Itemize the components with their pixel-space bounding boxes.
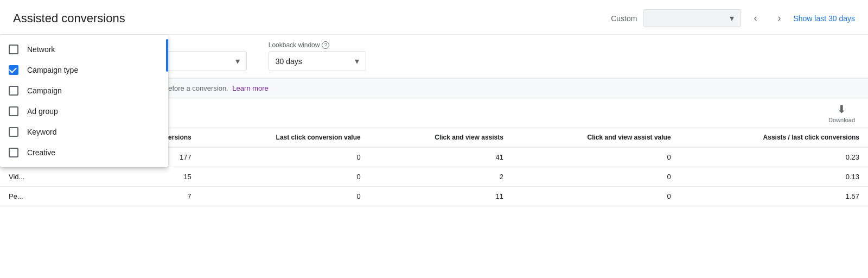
dimension-item-creative[interactable]: Creative xyxy=(0,142,168,163)
header-controls: Custom ▾ ‹ › Show last 30 days xyxy=(611,9,855,28)
cell-cv-assist-val-1: 0 xyxy=(512,167,680,187)
dimension-item-campaign[interactable]: Campaign xyxy=(0,80,168,101)
cell-assists-lc-1: 0.13 xyxy=(680,167,868,187)
show-last-30-days-button[interactable]: Show last 30 days xyxy=(793,14,855,23)
dimension-item-label-keyword: Keyword xyxy=(27,128,56,136)
table-row: Vid... 15 0 2 0 0.13 xyxy=(0,167,868,187)
date-dropdown-arrow-icon: ▾ xyxy=(730,13,734,23)
dimension-item-network[interactable]: Network xyxy=(0,39,168,60)
dimension-item-label-creative: Creative xyxy=(27,148,55,157)
cell-cv-assist-val-0: 0 xyxy=(512,147,680,167)
dimension-items-list: NetworkCampaign typeCampaignAd groupKeyw… xyxy=(0,39,168,163)
lookback-window-value: 30 days xyxy=(276,57,350,66)
col-click-view-assist-value-label: Click and view assist value xyxy=(588,134,671,141)
custom-label: Custom xyxy=(611,14,637,23)
cell-cv-assists-1: 2 xyxy=(369,167,512,187)
cell-cv-assist-val-2: 0 xyxy=(512,187,680,206)
date-range-dropdown[interactable]: ▾ xyxy=(643,9,741,27)
cell-assists-lc-2: 1.57 xyxy=(680,187,868,206)
table-row: Pe... 7 0 11 0 1.57 xyxy=(0,187,868,206)
page-title: Assisted conversions xyxy=(13,11,611,26)
prev-date-button[interactable]: ‹ xyxy=(745,9,765,28)
dimension-item-label-ad_group: Ad group xyxy=(27,107,58,116)
dimension-item-label-network: Network xyxy=(27,45,55,54)
lookback-window-arrow-icon: ▾ xyxy=(355,56,359,66)
learn-more-link[interactable]: Learn more xyxy=(232,84,268,92)
col-click-view-assists-label: Click and view assists xyxy=(435,134,503,141)
cell-last-click-2: 7 xyxy=(43,187,200,206)
col-header-last-click-value[interactable]: Last click conversion value xyxy=(200,128,369,148)
col-header-assists-per-last-click[interactable]: Assists / last click conversions xyxy=(680,128,868,148)
checkbox-campaign[interactable] xyxy=(9,86,18,96)
panel-scroll-indicator xyxy=(166,39,168,72)
lookback-window-wrapper: Lookback window ? 30 days ▾ xyxy=(269,41,366,71)
col-assists-per-last-click-label: Assists / last click conversions xyxy=(763,134,859,141)
download-button[interactable]: ⬇ Download xyxy=(828,103,855,123)
cell-lc-value-0: 0 xyxy=(200,147,369,167)
cell-cv-assists-2: 11 xyxy=(369,187,512,206)
lookback-window-help-icon[interactable]: ? xyxy=(322,41,329,49)
lookback-window-label-group: Lookback window ? xyxy=(269,41,366,49)
dimension-item-ad_group[interactable]: Ad group xyxy=(0,101,168,122)
cell-last-click-1: 15 xyxy=(43,167,200,187)
col-header-click-view-assist-value[interactable]: Click and view assist value xyxy=(512,128,680,148)
dimension-dropdown-overlay: NetworkCampaign typeCampaignAd groupKeyw… xyxy=(0,35,168,167)
col-header-click-view-assists[interactable]: Click and view assists xyxy=(369,128,512,148)
download-label: Download xyxy=(828,117,855,123)
dimension-item-keyword[interactable]: Keyword xyxy=(0,122,168,142)
checkbox-network[interactable] xyxy=(9,45,18,54)
checkbox-keyword[interactable] xyxy=(9,127,18,137)
dimension-item-label-campaign: Campaign xyxy=(27,86,62,95)
chevron-right-icon: › xyxy=(777,12,781,24)
cell-lc-value-1: 0 xyxy=(200,167,369,187)
next-date-button[interactable]: › xyxy=(769,9,789,28)
checkbox-campaign_type[interactable] xyxy=(9,65,18,75)
cell-cv-assists-0: 41 xyxy=(369,147,512,167)
cell-assists-lc-0: 0.23 xyxy=(680,147,868,167)
download-icon: ⬇ xyxy=(837,103,846,116)
checkbox-creative[interactable] xyxy=(9,148,18,157)
checkbox-ad_group[interactable] xyxy=(9,106,18,116)
chevron-left-icon: ‹ xyxy=(754,12,757,24)
dimension-item-campaign_type[interactable]: Campaign type xyxy=(0,60,168,80)
col-last-click-value-label: Last click conversion value xyxy=(276,134,361,141)
page-header: Assisted conversions Custom ▾ ‹ › Show l… xyxy=(0,0,868,35)
cell-lc-value-2: 0 xyxy=(200,187,369,206)
conversion-action-arrow-icon: ▾ xyxy=(235,56,240,66)
cell-campaign-1: Vid... xyxy=(0,167,43,187)
cell-campaign-2: Pe... xyxy=(0,187,43,206)
main-content: Dimension ? Conversion action ? All acti… xyxy=(0,35,868,206)
lookback-window-dropdown[interactable]: 30 days ▾ xyxy=(269,51,366,71)
lookback-window-label: Lookback window xyxy=(269,41,320,49)
dimension-item-label-campaign_type: Campaign type xyxy=(27,66,78,74)
